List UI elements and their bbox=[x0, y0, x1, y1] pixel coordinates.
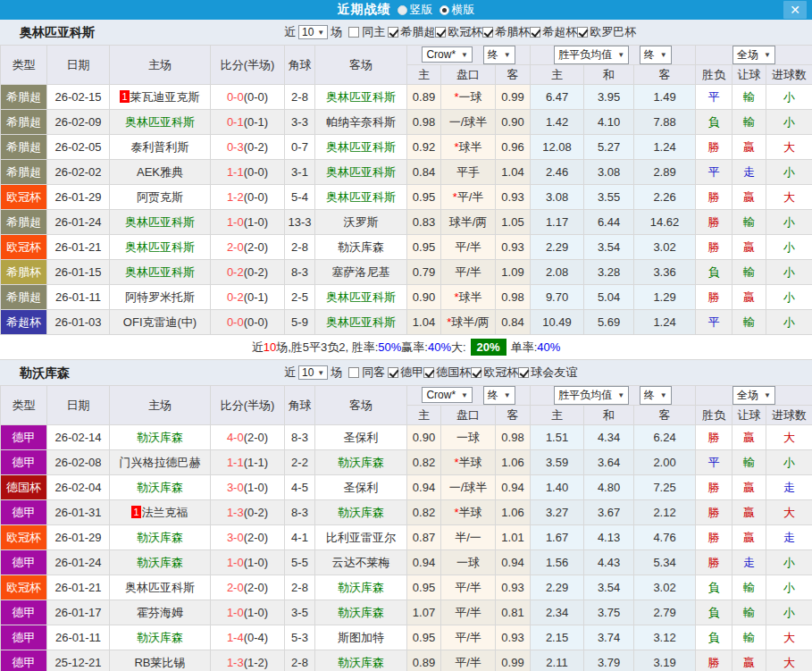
wdl-time-select[interactable]: 终▼ bbox=[640, 46, 672, 64]
league-badge: 希腊超 bbox=[1, 160, 47, 185]
goals-result-cell: 小 bbox=[766, 110, 812, 135]
score-cell: 3-0(2-0) bbox=[211, 525, 285, 550]
match-date: 26-01-31 bbox=[47, 500, 110, 525]
goals-result-cell: 大 bbox=[766, 185, 812, 210]
guest-odds-cell: 0.96 bbox=[496, 135, 531, 160]
league-checkbox[interactable]: 欧罗巴杯 bbox=[577, 24, 636, 40]
matches-label: 场 bbox=[331, 365, 342, 381]
chevron-down-icon: ▼ bbox=[504, 391, 511, 399]
summary-segment: 50% bbox=[378, 340, 401, 354]
match-count-select[interactable]: 10▼ bbox=[298, 25, 328, 39]
score-cell: 2-0(2-0) bbox=[211, 235, 285, 260]
home-team-cell: 奥林匹亚科斯 bbox=[110, 260, 211, 285]
league-checkbox[interactable]: 德甲 bbox=[388, 365, 423, 381]
company-select[interactable]: Crow*▼ bbox=[422, 46, 473, 63]
outcome-cell: 勝 bbox=[696, 285, 732, 310]
outcome-cell: 勝 bbox=[696, 500, 732, 525]
match-count-select[interactable]: 10▼ bbox=[298, 365, 328, 380]
handicap-cell: *球半 bbox=[441, 285, 496, 310]
host-odds-cell: 0.95 bbox=[407, 575, 441, 600]
avg-draw-cell: 3.54 bbox=[584, 575, 634, 600]
host-odds-cell: 0.79 bbox=[407, 260, 441, 285]
chevron-down-icon: ▼ bbox=[317, 29, 324, 37]
score-cell: 0-0(0-0) bbox=[211, 310, 285, 335]
host-odds-cell: 0.94 bbox=[407, 475, 441, 500]
score-cell: 1-1(0-0) bbox=[211, 160, 285, 185]
col-away: 客场 bbox=[315, 46, 407, 85]
radio-horizontal-input[interactable] bbox=[439, 5, 449, 15]
odds-time-select[interactable]: 终▼ bbox=[483, 46, 515, 64]
chevron-down-icon: ▼ bbox=[660, 51, 667, 59]
avg-home-cell: 2.11 bbox=[531, 650, 584, 671]
league-checkbox[interactable]: 欧冠杯 bbox=[435, 24, 482, 40]
home-team-cell: 1莱瓦迪亚克斯 bbox=[110, 85, 211, 110]
layout-radio-horizontal[interactable]: 横版 bbox=[439, 2, 475, 18]
col-date: 日期 bbox=[47, 386, 110, 425]
col-type: 类型 bbox=[1, 386, 47, 425]
guest-odds-cell: 1.06 bbox=[496, 500, 531, 525]
scope-select[interactable]: 全场▼ bbox=[732, 386, 775, 405]
col-avg-home: 主 bbox=[531, 406, 584, 425]
wdl-avg-select[interactable]: 胜平负均值▼ bbox=[554, 386, 629, 405]
outcome-cell: 勝 bbox=[696, 210, 732, 235]
summary-segment: 40% bbox=[428, 340, 451, 354]
odds-time-select[interactable]: 终▼ bbox=[483, 386, 515, 405]
outcome-cell: 勝 bbox=[696, 235, 732, 260]
col-outcome: 胜负 bbox=[696, 406, 732, 425]
company-select[interactable]: Crow*▼ bbox=[422, 387, 473, 403]
away-team-cell: 比利亚雷亚尔 bbox=[315, 525, 407, 550]
home-team-cell: 勒沃库森 bbox=[110, 525, 211, 550]
league-checkbox[interactable]: 球会友谊 bbox=[518, 365, 577, 381]
goals-result-cell: 小 bbox=[766, 600, 812, 625]
away-team-cell: 勒沃库森 bbox=[315, 575, 407, 600]
col-score: 比分(半场) bbox=[211, 386, 285, 425]
match-row: 德甲26-01-24勒沃库森1-0(1-0)5-5云达不莱梅0.94一球0.94… bbox=[1, 550, 812, 575]
outcome-cell: 負 bbox=[696, 110, 732, 135]
guest-odds-cell: 0.84 bbox=[496, 310, 531, 335]
match-row: 欧冠杯26-01-21奥林匹亚科斯2-0(2-0)2-8勒沃库森0.95平/半0… bbox=[1, 575, 812, 600]
match-row: 欧冠杯26-01-29阿贾克斯1-2(0-0)5-4奥林匹亚科斯0.95*平/半… bbox=[1, 185, 812, 210]
team-name: 奥林匹亚科斯 bbox=[20, 25, 95, 41]
away-team-cell: 勒沃库森 bbox=[315, 235, 407, 260]
away-team-cell: 勒沃库森 bbox=[315, 650, 407, 671]
host-odds-cell: 1.07 bbox=[407, 600, 441, 625]
handicap-result-cell: 輸 bbox=[732, 110, 766, 135]
avg-away-cell: 3.19 bbox=[634, 650, 696, 671]
col-goals: 进球数 bbox=[766, 65, 812, 85]
avg-home-cell: 1.42 bbox=[531, 110, 584, 135]
avg-away-cell: 2.79 bbox=[634, 600, 696, 625]
wdl-time-select[interactable]: 终▼ bbox=[640, 386, 672, 405]
avg-away-cell: 3.12 bbox=[634, 625, 696, 650]
guest-odds-cell: 1.04 bbox=[496, 160, 531, 185]
league-checkbox[interactable]: 希腊杯 bbox=[482, 24, 530, 40]
same-venue-checkbox[interactable]: 同主 bbox=[345, 24, 385, 40]
league-badge: 德甲 bbox=[1, 425, 47, 450]
outcome-cell: 平 bbox=[696, 310, 732, 335]
avg-away-cell: 2.26 bbox=[634, 185, 696, 210]
avg-home-cell: 2.15 bbox=[531, 625, 584, 650]
league-checkbox[interactable]: 希超杯 bbox=[530, 24, 577, 40]
league-badge: 希腊超 bbox=[1, 285, 47, 310]
layout-radio-vertical[interactable]: 竖版 bbox=[398, 2, 433, 18]
avg-draw-cell: 5.04 bbox=[584, 285, 634, 310]
wdl-avg-select[interactable]: 胜平负均值▼ bbox=[554, 46, 629, 64]
radio-vertical-input[interactable] bbox=[398, 5, 407, 15]
league-badge: 德甲 bbox=[1, 500, 47, 525]
close-button[interactable]: ✕ bbox=[783, 1, 807, 19]
summary-segment: 近 bbox=[252, 340, 264, 356]
corners-cell: 2-8 bbox=[285, 575, 315, 600]
col-corners: 角球 bbox=[285, 386, 315, 425]
handicap-cell: 一/球半 bbox=[441, 475, 496, 500]
score-cell: 3-0(1-0) bbox=[211, 475, 285, 500]
handicap-cell: 平/半 bbox=[441, 575, 496, 600]
same-venue-checkbox[interactable]: 同客 bbox=[345, 365, 385, 381]
league-checkbox[interactable]: 德国杯 bbox=[423, 365, 471, 381]
league-checkbox[interactable]: 欧冠杯 bbox=[471, 365, 518, 381]
col-avg-home: 主 bbox=[531, 65, 584, 85]
league-badge: 德甲 bbox=[1, 625, 47, 650]
avg-draw-cell: 3.79 bbox=[584, 650, 634, 671]
home-team-cell: 霍芬海姆 bbox=[110, 600, 211, 625]
scope-select[interactable]: 全场▼ bbox=[732, 46, 775, 64]
title-bar: 近期战绩 竖版 横版 ✕ bbox=[0, 0, 812, 20]
league-checkbox[interactable]: 希腊超 bbox=[388, 24, 435, 40]
